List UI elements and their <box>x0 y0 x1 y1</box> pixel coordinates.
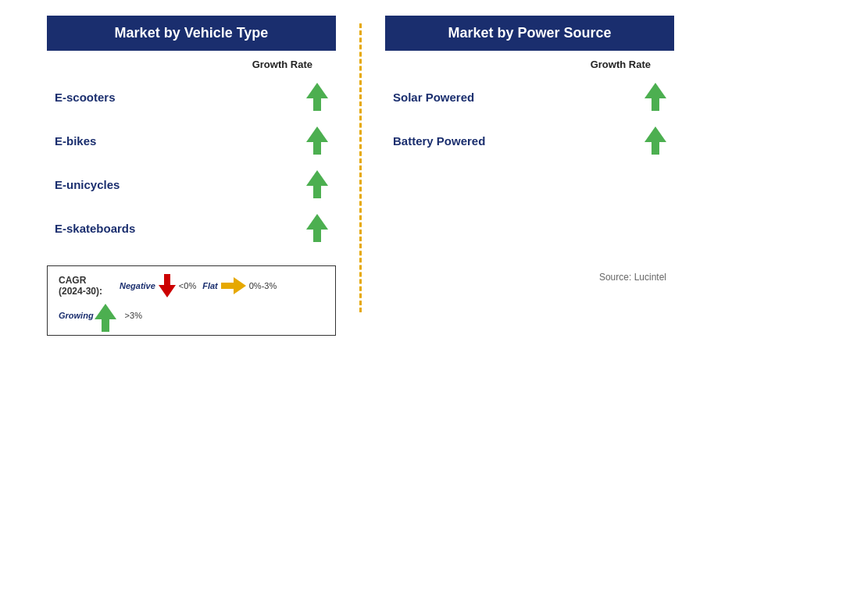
vehicle-type-panel: Market by Vehicle Type Growth Rate E-sco… <box>47 16 336 336</box>
battery-up-arrow <box>644 126 666 155</box>
eunicycles-label: E-unicycles <box>55 178 120 191</box>
vehicle-growth-rate-label: Growth Rate <box>47 59 336 70</box>
flat-range: 0%-3% <box>249 281 277 290</box>
battery-powered-label: Battery Powered <box>393 134 485 148</box>
solar-powered-label: Solar Powered <box>393 91 474 104</box>
legend-growing: Growing >3% <box>59 304 142 327</box>
list-item: E-scooters <box>47 75 336 119</box>
ebikes-up-arrow <box>306 126 328 155</box>
legend-negative: Negative <0% <box>120 274 196 297</box>
list-item: Battery Powered <box>385 119 674 162</box>
escooters-label: E-scooters <box>55 91 116 104</box>
eunicycles-up-arrow <box>306 170 328 198</box>
list-item: Solar Powered <box>385 75 674 119</box>
power-source-title: Market by Power Source <box>385 16 674 51</box>
list-item: E-unicycles <box>47 162 336 206</box>
growing-range: >3% <box>125 311 142 320</box>
ebikes-label: E-bikes <box>55 134 96 148</box>
flat-label: Flat <box>202 281 218 290</box>
legend-flat: Flat 0%-3% <box>202 277 277 294</box>
list-item: E-bikes <box>47 119 336 162</box>
solar-up-arrow <box>644 83 666 111</box>
eskateboards-up-arrow <box>306 214 328 242</box>
red-down-arrow <box>159 274 176 297</box>
cagr-label: CAGR (2024-30): <box>59 275 113 297</box>
vehicle-type-title: Market by Vehicle Type <box>47 16 336 51</box>
growing-label: Growing <box>59 311 94 320</box>
legend-box: CAGR (2024-30): Negative <0% Flat 0%-3% … <box>47 265 336 336</box>
negative-label: Negative <box>120 281 155 290</box>
eskateboards-label: E-skateboards <box>55 222 135 235</box>
green-up-arrow-legend <box>97 304 114 327</box>
negative-range: <0% <box>179 281 196 290</box>
orange-right-arrow <box>221 277 246 294</box>
power-growth-rate-label: Growth Rate <box>385 59 674 70</box>
list-item: E-skateboards <box>47 206 336 250</box>
dashed-divider <box>359 23 362 312</box>
power-source-panel: Market by Power Source Growth Rate Solar… <box>385 16 674 283</box>
source-label: Source: Lucintel <box>385 272 674 283</box>
escooters-up-arrow <box>306 83 328 111</box>
